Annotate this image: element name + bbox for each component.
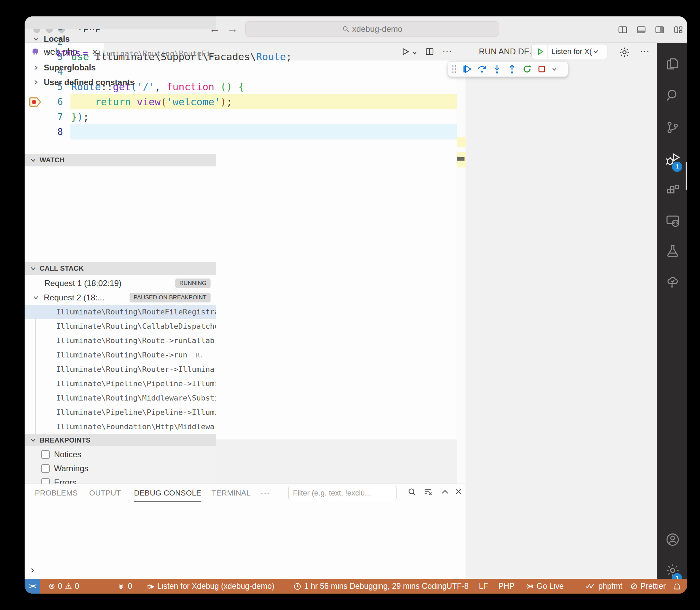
restart-icon[interactable] [522,64,532,74]
close-panel-icon[interactable]: × [455,485,462,498]
toggle-secondary-sidebar-icon[interactable] [655,25,665,35]
line-number: 7 [45,109,63,124]
line-number: 6 [45,94,63,109]
active-view-indicator [686,162,687,190]
eol-status[interactable]: LF [479,579,488,594]
breakpoint-option-notices[interactable]: Notices [25,448,216,461]
xdebug-listen-status[interactable]: Listen for Xdebug (xdebug-demo) [146,579,274,594]
language-mode-status[interactable]: PHP [498,579,514,594]
warning-icon: ⚠ [65,582,72,591]
panel-more-tabs-icon[interactable]: ··· [260,484,270,502]
vscode-window: ← → xdebug-demo web.php × ··· RU [25,16,687,594]
window-title: xdebug-demo [352,24,403,34]
breakpoints-section-header[interactable]: BREAKPOINTS [25,439,216,446]
slash-circle-icon: ⊘ [630,581,638,592]
breakpoint-current-line-icon[interactable] [29,97,41,107]
stop-icon[interactable] [537,64,547,74]
tab-problems[interactable]: PROBLEMS [35,484,78,502]
remote-explorer-icon[interactable] [665,214,680,229]
account-icon[interactable] [665,532,680,547]
tab-debug-console[interactable]: DEBUG CONSOLE [134,484,201,502]
checkbox-unchecked[interactable] [41,450,50,459]
activity-bar: 1 1 [657,43,687,579]
view-more-actions-icon[interactable]: ··· [640,43,649,60]
debug-settings-gear-icon[interactable] [619,46,630,58]
step-out-icon[interactable] [507,64,517,74]
search-icon [342,25,350,33]
toolbar-drag-grip[interactable] [452,65,457,73]
broadcast-icon [526,582,534,591]
ruler-cursor-marker [457,157,465,161]
console-input-prompt[interactable]: › [31,564,34,575]
run-and-debug-title: RUN AND DE... [479,43,536,60]
double-check-icon: ✓✓ [585,582,593,591]
split-editor-icon[interactable] [425,47,434,56]
tab-output[interactable]: OUTPUT [89,484,121,502]
debug-start-play-icon[interactable] [536,48,544,56]
toolbar-more-chevron-icon[interactable] [551,66,557,72]
step-into-icon[interactable] [492,64,502,74]
todo-tree-icon[interactable] [665,275,680,290]
debug-count-badge: 1 [672,162,682,172]
continue-icon[interactable] [462,64,472,74]
toggle-sidebar-icon[interactable] [618,25,628,35]
code-line-7[interactable]: }); [71,109,89,124]
breakpoint-option-warnings[interactable]: Warnings [25,462,216,475]
status-bar: >< ⊗ 0 ⚠ 0 0 Listen for Xdebug (xdebug-d… [25,579,687,594]
forward-icon[interactable]: → [227,23,238,35]
prettier-status[interactable]: ⊘ Prettier [630,579,666,594]
encoding-status[interactable]: UTF-8 [446,579,469,594]
bottom-panel: PROBLEMS OUTPUT DEBUG CONSOLE TERMINAL ·… [25,484,466,579]
toggle-panel-icon[interactable] [636,25,646,35]
source-control-icon[interactable] [665,120,680,135]
divider [548,44,548,59]
explorer-icon[interactable] [665,56,680,71]
search-icon[interactable] [407,487,417,497]
problems-status[interactable]: ⊗ 0 ⚠ 0 [49,579,79,594]
tab-terminal[interactable]: TERMINAL [212,484,251,502]
cursor-line-highlight [70,124,457,139]
debug-console-filter-input[interactable] [288,486,396,500]
checkbox-unchecked[interactable] [41,464,50,473]
run-dropdown-chevron-icon[interactable] [412,50,417,56]
step-over-icon[interactable] [477,64,487,74]
ports-status[interactable]: 0 [117,579,132,594]
debug-config-label: Listen for X( [551,47,592,56]
debug-toolbar [448,61,568,77]
customize-layout-icon[interactable] [673,25,683,35]
command-center-search[interactable]: xdebug-demo [245,21,499,37]
line-number-active: 8 [45,124,63,139]
overview-ruler[interactable] [457,72,466,484]
testing-beaker-icon[interactable] [665,244,680,259]
run-file-icon[interactable] [401,47,410,56]
code-line-6[interactable]: return view('welcome'); [71,94,232,109]
debug-start-icon [146,582,154,591]
go-live-status[interactable]: Go Live [526,579,564,594]
ruler-decoration [457,137,466,147]
debug-start-control[interactable]: Listen for X( [531,44,607,59]
phpfmt-status[interactable]: ✓✓ phpfmt [585,579,622,594]
search-icon[interactable] [665,88,680,103]
time-tracking-status[interactable]: 1 hr 56 mins Debugging, 29 mins Coding [293,579,447,594]
remote-indicator[interactable]: >< [25,579,40,594]
broadcast-tower-icon [117,582,125,591]
clock-icon [293,582,301,591]
error-icon: ⊗ [49,582,55,591]
notifications-bell-icon[interactable] [673,579,682,594]
debug-config-chevron-icon[interactable] [593,49,599,55]
editor-more-actions-icon[interactable]: ··· [442,43,452,60]
clear-console-icon[interactable] [423,487,433,497]
maximize-panel-chevron-icon[interactable] [440,487,450,497]
extensions-icon[interactable] [665,183,680,198]
